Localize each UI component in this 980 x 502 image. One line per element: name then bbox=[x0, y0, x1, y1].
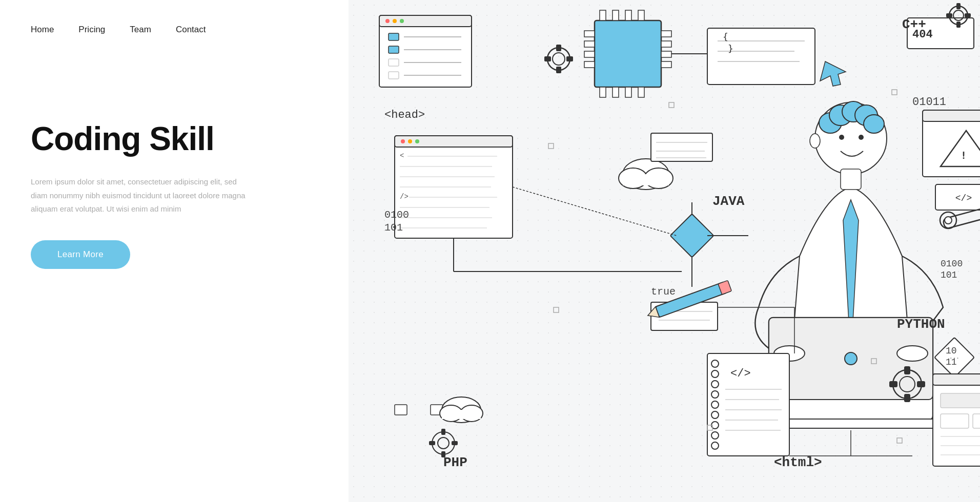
svg-rect-19 bbox=[584, 51, 595, 57]
svg-text:}: } bbox=[728, 43, 733, 54]
svg-rect-16 bbox=[595, 20, 661, 87]
svg-text:101: 101 bbox=[941, 270, 957, 280]
svg-rect-31 bbox=[625, 87, 631, 97]
svg-rect-171 bbox=[941, 414, 969, 428]
svg-text:0100: 0100 bbox=[941, 259, 963, 269]
svg-rect-169 bbox=[933, 374, 980, 385]
nav-team[interactable]: Team bbox=[130, 25, 151, 35]
svg-rect-30 bbox=[612, 87, 619, 97]
svg-rect-10 bbox=[389, 46, 399, 53]
svg-rect-51 bbox=[556, 45, 561, 51]
hero-content: Coding Skill Lorem ipsum dolor sit amet,… bbox=[31, 121, 318, 269]
svg-rect-53 bbox=[566, 56, 573, 61]
svg-text:<html>: <html> bbox=[774, 455, 822, 470]
svg-rect-158 bbox=[441, 429, 445, 435]
svg-point-108 bbox=[864, 115, 884, 133]
svg-rect-32 bbox=[638, 87, 644, 97]
svg-text:10: 10 bbox=[946, 346, 957, 356]
svg-point-110 bbox=[859, 135, 864, 140]
navigation: Home Pricing Team Contact bbox=[31, 0, 318, 59]
svg-text:<head>: <head> bbox=[384, 109, 425, 121]
svg-rect-85 bbox=[623, 174, 669, 185]
svg-point-111 bbox=[810, 134, 820, 148]
right-panel: { } 404 C++ 01011 bbox=[349, 0, 980, 502]
nav-pricing[interactable]: Pricing bbox=[78, 25, 105, 35]
svg-rect-113 bbox=[841, 169, 861, 190]
nav-contact[interactable]: Contact bbox=[176, 25, 206, 35]
svg-text:/>: /> bbox=[400, 193, 409, 201]
svg-rect-25 bbox=[600, 10, 606, 20]
svg-rect-54 bbox=[544, 56, 551, 61]
svg-rect-58 bbox=[923, 110, 980, 121]
svg-rect-20 bbox=[584, 61, 595, 68]
svg-rect-12 bbox=[389, 59, 399, 66]
svg-point-5 bbox=[385, 19, 390, 23]
nav-home[interactable]: Home bbox=[31, 25, 54, 35]
svg-rect-47 bbox=[965, 13, 971, 17]
hero-description: Lorem ipsum dolor sit amet, consectetuer… bbox=[31, 175, 246, 216]
svg-point-65 bbox=[945, 217, 952, 224]
svg-rect-152 bbox=[904, 366, 910, 374]
svg-point-71 bbox=[415, 139, 419, 143]
svg-text:{: { bbox=[723, 31, 728, 42]
svg-rect-155 bbox=[889, 381, 897, 387]
svg-text:0100: 0100 bbox=[384, 209, 409, 221]
svg-rect-161 bbox=[429, 441, 435, 445]
svg-text:</>: </> bbox=[955, 193, 972, 203]
svg-text:PHP: PHP bbox=[443, 455, 467, 470]
svg-rect-45 bbox=[956, 3, 961, 9]
svg-rect-28 bbox=[638, 10, 644, 20]
svg-rect-160 bbox=[452, 441, 458, 445]
svg-text:C++: C++ bbox=[902, 17, 926, 32]
svg-rect-153 bbox=[904, 394, 910, 402]
page-title: Coding Skill bbox=[31, 121, 318, 157]
svg-rect-21 bbox=[661, 31, 671, 37]
svg-point-119 bbox=[897, 346, 928, 361]
svg-text:11: 11 bbox=[946, 357, 957, 367]
svg-rect-130 bbox=[442, 410, 481, 419]
svg-rect-18 bbox=[584, 41, 595, 47]
learn-more-button[interactable]: Learn More bbox=[31, 240, 130, 269]
svg-rect-24 bbox=[661, 61, 671, 68]
svg-rect-22 bbox=[661, 41, 671, 47]
svg-rect-14 bbox=[389, 72, 399, 79]
svg-text:101: 101 bbox=[384, 222, 403, 234]
svg-rect-154 bbox=[917, 381, 925, 387]
svg-point-116 bbox=[845, 352, 857, 365]
svg-text:</>: </> bbox=[730, 367, 751, 380]
svg-rect-52 bbox=[556, 67, 561, 73]
svg-text:!: ! bbox=[961, 149, 967, 161]
svg-text:PYTHON: PYTHON bbox=[897, 317, 945, 332]
svg-rect-26 bbox=[612, 10, 619, 20]
svg-text:JAVA: JAVA bbox=[712, 194, 745, 209]
svg-rect-125 bbox=[395, 405, 407, 415]
svg-point-70 bbox=[408, 139, 412, 143]
svg-rect-17 bbox=[584, 31, 595, 37]
svg-rect-159 bbox=[441, 451, 445, 457]
svg-rect-27 bbox=[625, 10, 631, 20]
svg-point-69 bbox=[401, 139, 405, 143]
left-panel: Home Pricing Team Contact Coding Skill L… bbox=[0, 0, 349, 502]
coding-illustration: { } 404 C++ 01011 bbox=[349, 0, 980, 502]
svg-rect-68 bbox=[395, 136, 513, 147]
svg-text:<: < bbox=[400, 152, 404, 160]
svg-rect-23 bbox=[661, 51, 671, 57]
svg-rect-46 bbox=[956, 22, 961, 28]
svg-rect-48 bbox=[946, 13, 952, 17]
svg-rect-8 bbox=[389, 33, 399, 40]
svg-rect-29 bbox=[600, 87, 606, 97]
svg-point-109 bbox=[839, 135, 844, 140]
svg-point-7 bbox=[400, 19, 404, 23]
svg-text:01011: 01011 bbox=[912, 96, 946, 109]
svg-rect-170 bbox=[941, 393, 980, 408]
svg-text:true: true bbox=[651, 286, 676, 298]
svg-point-6 bbox=[393, 19, 397, 23]
svg-rect-172 bbox=[973, 414, 980, 428]
svg-rect-86 bbox=[651, 133, 712, 161]
